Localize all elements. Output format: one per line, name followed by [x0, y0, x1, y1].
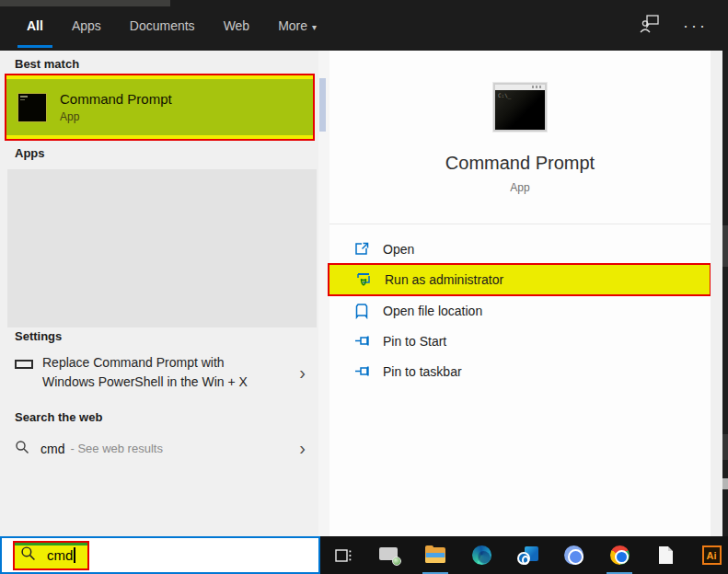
chevron-right-icon: ›: [299, 363, 306, 383]
web-query-text: cmd: [40, 442, 64, 456]
tab-more[interactable]: More▾: [276, 15, 318, 37]
left-scrollbar-thumb[interactable]: [319, 78, 326, 132]
task-view-button[interactable]: [332, 536, 354, 574]
search-icon: [20, 545, 36, 565]
result-title: Command Prompt: [60, 91, 172, 107]
edge-button[interactable]: [470, 536, 492, 574]
desktop-edge-detail: [722, 478, 728, 489]
settings-result-text: Replace Command Prompt with Windows Powe…: [42, 353, 248, 392]
outlook-icon: [517, 546, 538, 565]
desktop-edge-detail: [722, 434, 728, 460]
open-launch-icon: [353, 241, 370, 258]
chromium-button[interactable]: [562, 536, 584, 574]
right-scrollbar-track: [711, 51, 722, 536]
apps-results-placeholder: [7, 169, 317, 327]
illustrator-button[interactable]: Ai: [700, 536, 722, 574]
desktop-edge-detail: [722, 225, 728, 267]
filter-tabs: All Apps Documents Web More▾: [25, 0, 318, 51]
best-match-header: Best match: [15, 57, 79, 71]
action-pin-to-taskbar[interactable]: Pin to taskbar: [329, 358, 711, 385]
file-explorer-button[interactable]: [424, 536, 446, 574]
tab-apps[interactable]: Apps: [70, 15, 103, 37]
command-prompt-large-icon: C:\_: [493, 83, 547, 132]
action-open-file-location[interactable]: Open file location: [329, 297, 711, 325]
outlook-button[interactable]: [516, 536, 538, 574]
chromium-icon: [564, 545, 584, 565]
options-ellipsis-icon[interactable]: ···: [683, 21, 708, 30]
best-match-result-command-prompt[interactable]: Command Prompt App: [5, 74, 315, 141]
edge-icon: [472, 545, 491, 565]
web-hint-text: - See web results: [70, 442, 162, 455]
feedback-user-icon[interactable]: [639, 13, 661, 39]
tab-documents[interactable]: Documents: [128, 15, 197, 37]
admin-shield-icon: [355, 271, 372, 288]
preview-panel: C:\_ Command Prompt App Open Run a: [329, 51, 711, 536]
search-icon: [15, 440, 29, 458]
web-result-cmd[interactable]: cmd - See web results ›: [0, 439, 318, 458]
text-cursor: [74, 547, 75, 563]
chrome-button[interactable]: [608, 536, 630, 574]
remote-desktop-button[interactable]: [378, 536, 400, 574]
notepad-icon: [659, 546, 673, 564]
illustrator-icon: Ai: [702, 545, 722, 565]
preview-app-title: Command Prompt: [329, 153, 711, 174]
result-type: App: [60, 110, 172, 123]
chevron-right-icon: ›: [299, 439, 306, 458]
pin-icon: [353, 363, 370, 380]
taskbar: Ai: [320, 536, 728, 574]
taskbar-search-box[interactable]: cmd: [0, 536, 320, 574]
search-input-value[interactable]: cmd: [47, 547, 73, 563]
search-web-header: Search the web: [15, 410, 102, 424]
tab-all[interactable]: All: [25, 15, 45, 37]
caret-down-icon: ▾: [312, 22, 317, 32]
pin-icon: [353, 333, 370, 350]
remote-desktop-icon: [379, 547, 399, 564]
settings-panel-icon: [15, 360, 33, 369]
divider: [329, 224, 711, 224]
action-open[interactable]: Open: [329, 235, 711, 263]
file-explorer-icon: [425, 547, 445, 563]
action-pin-to-start[interactable]: Pin to Start: [329, 327, 711, 355]
settings-header: Settings: [15, 329, 62, 343]
settings-result-replace-cmd[interactable]: Replace Command Prompt with Windows Powe…: [0, 353, 318, 392]
search-filter-bar: All Apps Documents Web More▾ ···: [0, 0, 728, 51]
file-location-icon: [353, 303, 370, 319]
command-prompt-icon: [17, 93, 47, 122]
chrome-icon: [610, 545, 630, 565]
windows-search-flyout: All Apps Documents Web More▾ ··· Best ma…: [0, 0, 728, 574]
tab-web[interactable]: Web: [222, 15, 252, 37]
notepad-button[interactable]: [654, 536, 676, 574]
action-run-as-administrator[interactable]: Run as administrator: [328, 263, 711, 296]
preview-app-type: App: [329, 181, 711, 194]
apps-header: Apps: [15, 146, 45, 160]
